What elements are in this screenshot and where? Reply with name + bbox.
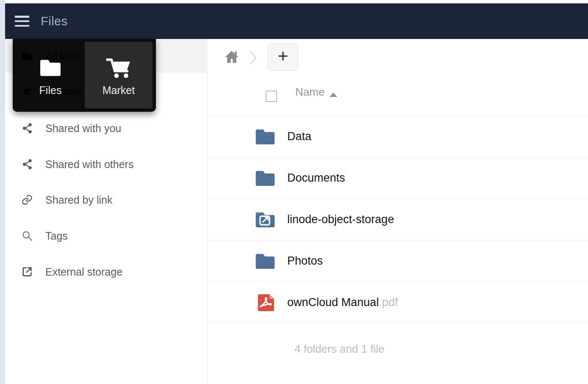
share-icon [21,122,33,134]
app-menu-item-label: Files [39,84,62,97]
file-count-summary: 4 folders and 1 file [294,343,384,356]
sidebar-item-label: External storage [45,266,122,278]
file-count-summary-row: 4 folders and 1 file [208,323,588,370]
file-rows: Data Documents linode-object-storage Pho… [208,116,588,323]
sort-ascending-icon[interactable] [330,93,337,97]
file-extension: .pdf [379,296,398,309]
file-row-linode-object-storage[interactable]: linode-object-storage [208,199,588,240]
app-menu-dropdown: Files Market [13,39,156,112]
file-name: ownCloud Manual.pdf [287,296,398,309]
app-title: Files [41,14,68,28]
app-menu-item-market[interactable]: Market [85,42,153,108]
select-all-checkbox[interactable] [266,91,277,102]
link-icon [21,194,33,206]
file-row-documents[interactable]: Documents [208,157,588,199]
folder-icon [254,251,276,272]
folder-icon [254,168,276,189]
new-file-button[interactable]: + [268,44,298,71]
chevron-right-icon [247,49,259,66]
external-link-icon [21,266,33,278]
hamburger-menu-icon[interactable] [15,16,29,27]
sidebar-item-label: Shared with you [45,122,121,135]
column-header-name[interactable]: Name [295,86,325,99]
folder-external-icon [254,209,276,230]
folder-icon [38,55,63,81]
app-menu-item-label: Market [103,84,135,97]
share-icon [21,158,33,170]
sidebar-item-external-storage[interactable]: External storage [5,260,208,284]
top-bar: Files [5,3,588,39]
pdf-file-icon [256,292,276,313]
sidebar-item-tags[interactable]: Tags [5,224,208,248]
file-row-data[interactable]: Data [208,116,588,157]
sidebar-item-label: Shared by link [45,194,112,206]
sidebar-item-shared-by-link[interactable]: Shared by link [5,188,208,212]
cart-icon [105,55,133,81]
file-row-owncloud-manual-pdf[interactable]: ownCloud Manual.pdf [208,282,588,323]
sidebar-item-shared-with-others[interactable]: Shared with others [5,152,208,176]
search-icon [21,230,33,242]
file-list-panel: + Name Data Documents linode-object-stor… [208,39,588,384]
file-name: Documents [287,171,345,185]
app-menu-item-files[interactable]: Files [17,42,84,108]
sidebar-item-shared-with-you[interactable]: Shared with you [5,116,208,140]
file-base-name: ownCloud Manual [287,296,379,309]
folder-icon [254,126,276,147]
breadcrumb-home-icon[interactable] [224,48,240,66]
file-name: Photos [287,254,323,268]
file-row-photos[interactable]: Photos [208,240,588,282]
file-name: linode-object-storage [287,213,394,226]
sidebar-item-label: Shared with others [45,158,133,171]
file-name: Data [287,130,311,143]
window-edge-strip [0,0,5,384]
sidebar-item-label: Tags [45,230,68,242]
